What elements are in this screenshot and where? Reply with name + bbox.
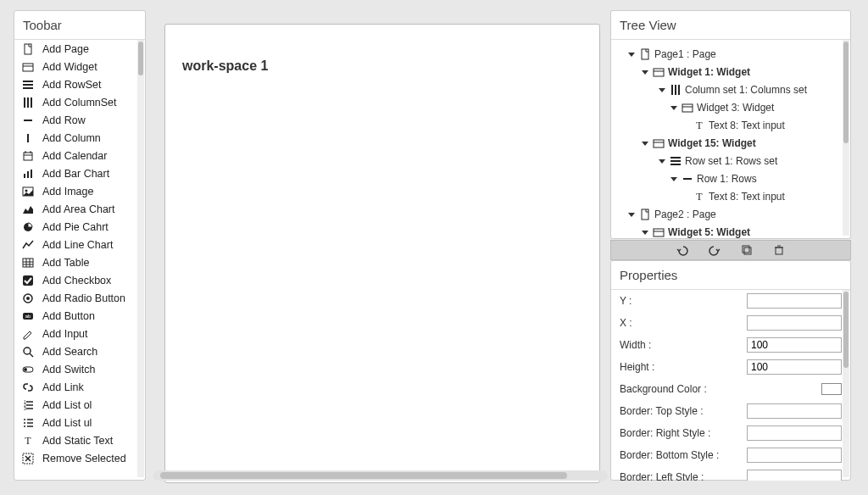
- toolbar-item-image[interactable]: Add Image: [14, 182, 145, 200]
- tree-node-label: Widget 15: Widget: [668, 137, 756, 149]
- svg-rect-16: [27, 171, 29, 178]
- toolbar-item-switch[interactable]: Add Switch: [14, 360, 145, 378]
- svg-rect-52: [642, 49, 648, 59]
- svg-rect-0: [25, 44, 31, 54]
- link-icon: [21, 381, 35, 394]
- toolbar-item-input[interactable]: Add Input: [14, 325, 145, 342]
- properties-scrollbar[interactable]: [843, 290, 849, 477]
- tree-node-label: Text 8: Text input: [709, 191, 785, 203]
- toolbar-item-calendar[interactable]: Add Calendar: [14, 147, 145, 164]
- tree-node[interactable]: Widget 3: Widget: [618, 98, 847, 116]
- property-input[interactable]: [747, 359, 842, 375]
- svg-rect-53: [654, 69, 664, 76]
- tree-node[interactable]: Page2 : Page: [618, 205, 847, 223]
- table-icon: [21, 256, 35, 270]
- caret-down-icon: [642, 139, 650, 147]
- toolbar-item-minus[interactable]: Add Row: [14, 111, 145, 129]
- toolbar-item-label: Add Link: [42, 381, 84, 393]
- tree-node[interactable]: Column set 1: Columns set: [618, 81, 847, 98]
- tree-node[interactable]: Widget 15: Widget: [618, 134, 847, 152]
- bar-icon: [21, 167, 35, 181]
- widget-icon: [653, 137, 665, 149]
- svg-rect-11: [24, 153, 32, 160]
- toolbar-item-rows[interactable]: Add RowSet: [14, 75, 145, 93]
- properties-body: Y :X :Width :Height :Background Color :B…: [611, 290, 850, 481]
- canvas-horizontal-scrollbar[interactable]: [153, 470, 608, 481]
- toolbar-item-listol[interactable]: 123Add List ol: [14, 396, 145, 414]
- copy-button[interactable]: [741, 244, 753, 256]
- toolbar-item-cols[interactable]: Add ColumnSet: [14, 93, 145, 111]
- property-input[interactable]: [747, 470, 842, 481]
- tree-node[interactable]: Row 1: Rows: [618, 170, 847, 187]
- tree-scrollbar[interactable]: [843, 40, 849, 236]
- tree-node[interactable]: Widget 5: Widget: [618, 223, 847, 239]
- tree-node[interactable]: Row set 1: Rows set: [618, 152, 847, 170]
- toolbar-item-search[interactable]: Add Search: [14, 342, 145, 360]
- property-label: Background Color :: [620, 383, 821, 395]
- property-input[interactable]: [747, 293, 842, 309]
- property-row: X :: [611, 312, 850, 334]
- remove-icon: [21, 452, 35, 465]
- toolbar-item-radio[interactable]: Add Radio Button: [14, 289, 145, 307]
- property-input[interactable]: [747, 403, 842, 419]
- toolbar-item-remove[interactable]: Remove Selected: [14, 449, 145, 467]
- toolbar-item-label: Add Pie Cahrt: [42, 221, 108, 233]
- toolbar-item-pipe[interactable]: Add Column: [14, 129, 145, 147]
- svg-rect-15: [24, 174, 25, 178]
- toolbar-item-label: Add List ul: [42, 417, 92, 429]
- toolbar-item-table[interactable]: Add Table: [14, 253, 145, 271]
- widget-icon: [682, 102, 693, 114]
- minus-icon: [21, 114, 35, 127]
- property-input[interactable]: [747, 425, 842, 441]
- property-input[interactable]: [747, 315, 842, 331]
- redo-button[interactable]: [709, 244, 721, 256]
- color-swatch[interactable]: [821, 383, 842, 395]
- toolbar-item-listul[interactable]: Add List ul: [14, 414, 145, 431]
- toolbar-item-button[interactable]: abAdd Button: [14, 307, 145, 325]
- property-input[interactable]: [747, 448, 842, 463]
- toolbar-item-label: Add Row: [42, 114, 86, 126]
- toolbar-item-label: Add Bar Chart: [42, 168, 109, 180]
- toolbar-item-label: Add Static Text: [42, 435, 113, 447]
- toolbar-item-page[interactable]: Add Page: [14, 40, 145, 58]
- toolbar-item-label: Add Area Chart: [42, 203, 114, 215]
- toolbar-item-widget[interactable]: Add Widget: [14, 58, 145, 75]
- property-label: Border: Bottom Style :: [620, 449, 747, 461]
- svg-point-46: [24, 425, 25, 427]
- toolbar-scrollbar[interactable]: [137, 40, 144, 477]
- toolbar-item-text[interactable]: TAdd Static Text: [14, 431, 145, 449]
- tree-node-label: Widget 1: Widget: [668, 66, 750, 78]
- tree-node[interactable]: Page1 : Page: [618, 45, 847, 63]
- image-icon: [21, 185, 35, 198]
- tree-node[interactable]: TText 8: Text input: [618, 187, 847, 205]
- property-row: Height :: [611, 356, 850, 378]
- listol-icon: 123: [21, 398, 35, 412]
- toolbar-item-label: Add Table: [42, 257, 89, 269]
- text-icon: T: [693, 120, 705, 131]
- tree-node-label: Row 1: Rows: [697, 173, 757, 185]
- rows-icon: [670, 155, 682, 167]
- toolbar-panel: Toobar Add PageAdd WidgetAdd RowSetAdd C…: [14, 10, 146, 481]
- canvas-panel[interactable]: work-space 1: [164, 24, 600, 483]
- toolbar-item-checkbox[interactable]: Add Checkbox: [14, 271, 145, 289]
- toolbar-item-link[interactable]: Add Link: [14, 378, 145, 396]
- toolbar-item-pie[interactable]: Add Pie Cahrt: [14, 218, 145, 236]
- tree-node[interactable]: Widget 1: Widget: [618, 63, 847, 81]
- tree-node-label: Row set 1: Rows set: [685, 155, 777, 167]
- button-icon: ab: [21, 309, 35, 323]
- widget-icon: [653, 226, 665, 238]
- property-input[interactable]: [747, 337, 842, 353]
- text-icon: T: [21, 434, 35, 448]
- svg-line-31: [30, 331, 31, 333]
- svg-rect-71: [743, 246, 749, 253]
- tree-node[interactable]: TText 8: Text input: [618, 116, 847, 134]
- toolbar-item-line[interactable]: Add Line Chart: [14, 236, 145, 253]
- tree-body: Page1 : PageWidget 1: WidgetColumn set 1…: [611, 40, 850, 239]
- widget-icon: [653, 66, 665, 78]
- undo-button[interactable]: [676, 244, 688, 256]
- toolbar-item-bar[interactable]: Add Bar Chart: [14, 164, 145, 182]
- text-icon: T: [693, 191, 705, 203]
- toolbar-item-area[interactable]: Add Area Chart: [14, 200, 145, 218]
- trash-button[interactable]: [773, 244, 785, 256]
- svg-rect-17: [31, 170, 32, 178]
